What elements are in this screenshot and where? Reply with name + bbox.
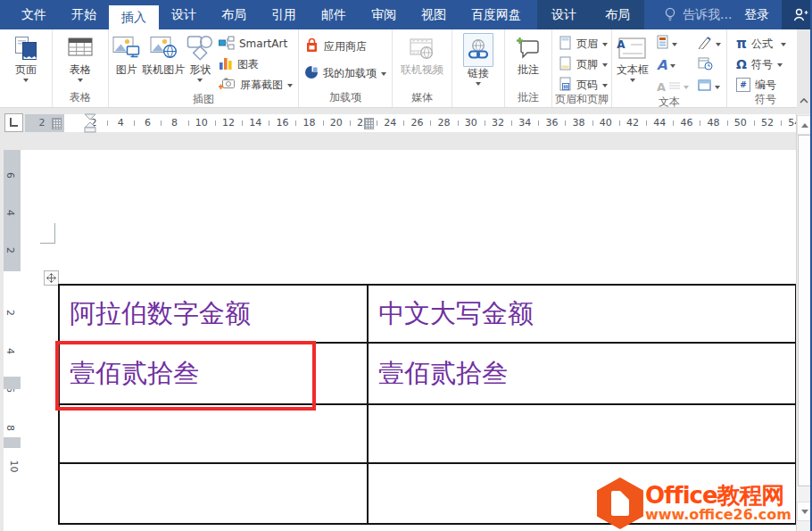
- online-video-button[interactable]: 联机视频: [401, 31, 443, 76]
- collapse-ribbon-button[interactable]: [799, 92, 809, 101]
- table-cell[interactable]: [60, 464, 369, 523]
- object-button[interactable]: [698, 79, 721, 95]
- ruler-number: 10: [194, 117, 210, 129]
- ruler-number: 24: [382, 117, 398, 129]
- vertical-ruler[interactable]: 642 246810: [4, 150, 21, 531]
- ribbon-tab[interactable]: 视图: [409, 0, 459, 29]
- group-label-tables: 表格: [53, 91, 108, 107]
- document-page[interactable]: 阿拉伯数字金额 中文大写金额 壹佰贰拾叁 壹佰贰拾叁 Office教程网 www…: [21, 150, 797, 531]
- ribbon: 页面 表格 表格: [0, 29, 797, 108]
- link-button[interactable]: 链接: [463, 31, 493, 87]
- page-number-button[interactable]: 页码: [559, 77, 608, 93]
- smartart-button[interactable]: SmartArt: [219, 36, 293, 52]
- tab-stop-selector[interactable]: [4, 113, 23, 132]
- pages-button[interactable]: 页面: [14, 31, 38, 84]
- ruler-number: 6: [139, 117, 155, 129]
- picture-icon: [112, 33, 140, 63]
- contextual-tab[interactable]: 布局: [591, 0, 644, 29]
- group-label-text: 文本: [612, 95, 726, 107]
- header-button[interactable]: 页眉: [559, 36, 608, 52]
- signature-line-button[interactable]: [698, 35, 721, 53]
- table-dropdown-icon: [78, 79, 83, 85]
- table-cell[interactable]: 阿拉伯数字金额: [60, 286, 369, 344]
- ribbon-group-tables: 表格 表格: [53, 29, 109, 107]
- table-cell[interactable]: [369, 405, 795, 464]
- ribbon-tab-bar: 文件开始插入设计布局引用邮件审阅视图百度网盘 设计布局 告诉我... 登录 共享: [0, 0, 812, 29]
- ribbon-tab[interactable]: 设计: [159, 0, 209, 29]
- online-video-icon: [409, 33, 435, 63]
- chart-button[interactable]: 图表: [219, 56, 293, 72]
- sign-in-button[interactable]: 登录: [732, 0, 782, 29]
- ruler-strip: 2 24681012141618202224262830323436384042…: [0, 107, 797, 150]
- ribbon-tab[interactable]: 布局: [209, 0, 259, 29]
- date-time-button[interactable]: [698, 56, 721, 74]
- table-column-marker[interactable]: [364, 118, 374, 129]
- table-button[interactable]: 表格: [68, 31, 94, 84]
- quick-parts-button[interactable]: [657, 35, 689, 53]
- tell-me-box[interactable]: 告诉我...: [664, 0, 732, 29]
- contextual-tab[interactable]: 设计: [537, 0, 591, 29]
- drop-cap-button[interactable]: A: [657, 79, 689, 95]
- pi-equation-icon: π: [736, 36, 747, 52]
- ribbon-tab[interactable]: 引用: [259, 0, 309, 29]
- vertical-scrollbar[interactable]: [796, 114, 812, 531]
- shapes-button[interactable]: 形状: [185, 31, 215, 84]
- shapes-dropdown-icon: [197, 79, 203, 85]
- ribbon-tab[interactable]: 审阅: [359, 0, 409, 29]
- table-column-marker[interactable]: [52, 118, 62, 129]
- ribbon-tab[interactable]: 百度网盘: [459, 0, 534, 29]
- comment-button[interactable]: 批注: [516, 31, 541, 76]
- pages-label: 页面: [15, 63, 37, 76]
- textbox-label: 文本框: [617, 63, 649, 76]
- table-cell[interactable]: 壹佰贰拾叁: [369, 344, 795, 405]
- ruler-number: 14: [247, 117, 263, 129]
- scroll-down-button[interactable]: [797, 502, 812, 521]
- group-label-addins: 加载项: [299, 91, 392, 107]
- numbering-button[interactable]: # 编号: [736, 77, 786, 93]
- ruler-number: 26: [409, 117, 425, 129]
- equation-label: 公式: [751, 37, 773, 52]
- store-icon: [304, 37, 319, 55]
- table-cell[interactable]: 中文大写金额: [369, 286, 795, 344]
- vertical-ruler-number: 2: [4, 310, 16, 316]
- ruler-number: 52: [759, 117, 775, 129]
- ribbon-tab[interactable]: 邮件: [309, 0, 359, 29]
- ribbon-group-comments: 批注 批注: [505, 29, 552, 107]
- signature-pen-icon: [698, 35, 713, 53]
- my-addins-dropdown-icon: [381, 72, 386, 79]
- wordart-button[interactable]: A: [657, 59, 689, 71]
- watermark: Office教程网 www.office26.com: [597, 477, 791, 529]
- screenshot-button[interactable]: 屏幕截图: [219, 77, 293, 93]
- scroll-up-button[interactable]: [797, 115, 812, 135]
- horizontal-ruler[interactable]: 2 24681012141618202224262830323436384042…: [25, 114, 797, 132]
- link-label: 链接: [468, 67, 489, 79]
- table-move-handle[interactable]: [44, 270, 59, 286]
- store-button[interactable]: 应用商店: [304, 38, 386, 54]
- header-dropdown-icon: [602, 43, 608, 49]
- ribbon-group-text: A 文本框 A: [612, 29, 727, 107]
- tell-me-label: 告诉我...: [683, 7, 732, 23]
- header-label: 页眉: [576, 37, 598, 52]
- online-pictures-button[interactable]: 联机图片: [142, 31, 185, 76]
- store-label: 应用商店: [324, 39, 367, 54]
- quick-parts-icon: [657, 35, 669, 53]
- pictures-button[interactable]: 图片: [111, 31, 142, 76]
- table-cell[interactable]: [60, 405, 369, 464]
- pages-icon: [14, 33, 38, 63]
- table-row-marker[interactable]: [4, 377, 21, 389]
- symbol-button[interactable]: Ω 符号: [736, 56, 786, 72]
- ribbon-tab[interactable]: 插入: [109, 5, 159, 29]
- table-row-marker[interactable]: [4, 437, 21, 448]
- textbox-button[interactable]: A 文本框: [614, 31, 651, 84]
- chevron-up-icon: [799, 96, 809, 105]
- indent-markers[interactable]: [84, 112, 96, 136]
- ribbon-tab[interactable]: 文件: [9, 0, 59, 29]
- ribbon-tab[interactable]: 开始: [59, 0, 109, 29]
- my-addins-button[interactable]: 我的加载项: [304, 65, 386, 81]
- footer-button[interactable]: 页脚: [559, 56, 608, 72]
- equation-button[interactable]: π 公式: [736, 36, 786, 52]
- share-button[interactable]: 共享: [782, 0, 812, 29]
- page-number-dropdown-icon: [602, 84, 608, 90]
- scrollbar-thumb[interactable]: [798, 135, 811, 486]
- screenshot-icon: [219, 77, 236, 93]
